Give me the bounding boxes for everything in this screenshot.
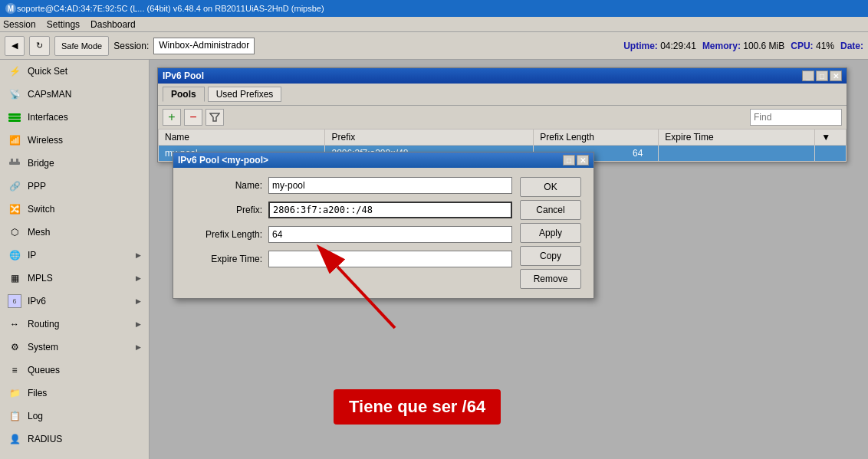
prefix-input[interactable] (268, 202, 512, 218)
capsman-icon: 📡 (8, 87, 21, 101)
sidebar-item-system[interactable]: ⚙ System ▶ (0, 336, 149, 359)
title-text: soporte@C4:AD:34:7E:92:5C (L... (64bit) … (17, 4, 324, 13)
safe-mode-button[interactable]: Safe Mode (54, 36, 109, 56)
svg-rect-4 (8, 120, 21, 122)
sidebar-label-quick-set: Quick Set (28, 66, 67, 77)
expire-time-input[interactable] (268, 251, 512, 267)
date-text: Date: (840, 41, 863, 51)
sidebar: ⚡ Quick Set 📡 CAPsMAN Interfaces 📶 Wirel… (0, 60, 150, 459)
system-icon: ⚙ (8, 340, 21, 354)
col-dropdown[interactable]: ▼ (815, 130, 847, 146)
pool-minimize-button[interactable]: _ (802, 70, 814, 81)
sidebar-item-queues[interactable]: ≡ Queues (0, 359, 149, 382)
sidebar-item-ip[interactable]: 🌐 IP ▶ (0, 244, 149, 267)
radius-icon: 👤 (8, 432, 21, 446)
session-label: Session: (113, 41, 149, 51)
dialog-body: Name: Prefix: Prefix Length: Expire Time… (173, 168, 593, 298)
sidebar-label-mesh: Mesh (28, 227, 50, 238)
list-toolbar: + − (158, 106, 847, 129)
cancel-button[interactable]: Cancel (520, 200, 581, 220)
pool-close-button[interactable]: ✕ (830, 70, 842, 81)
prefix-length-input[interactable] (268, 226, 512, 243)
ok-button[interactable]: OK (520, 177, 581, 197)
ppp-icon: 🔗 (8, 179, 21, 193)
toolbar: ◀ ↻ Safe Mode Session: Winbox-Administra… (0, 32, 868, 60)
sidebar-item-mpls[interactable]: ▦ MPLS ▶ (0, 267, 149, 290)
ip-arrow-icon: ▶ (136, 251, 141, 259)
title-bar: M soporte@C4:AD:34:7E:92:5C (L... (64bit… (0, 0, 868, 17)
uptime-area: Uptime: 04:29:41 Memory: 100.6 MiB CPU: … (623, 41, 863, 51)
sidebar-label-system: System (28, 342, 58, 352)
sidebar-label-interfaces: Interfaces (28, 112, 68, 123)
sidebar-item-ppp[interactable]: 🔗 PPP (0, 175, 149, 198)
find-input[interactable] (750, 109, 842, 126)
pool-window-title: IPv6 Pool _ □ ✕ (158, 68, 847, 84)
copy-button[interactable]: Copy (520, 246, 581, 266)
menu-settings[interactable]: Settings (47, 19, 80, 30)
prefix-label: Prefix: (186, 205, 262, 215)
col-prefix[interactable]: Prefix (325, 130, 534, 146)
sidebar-label-ppp: PPP (28, 181, 46, 192)
session-value: Winbox-Administrador (153, 38, 255, 54)
dialog-fields: Name: Prefix: Prefix Length: Expire Time… (186, 177, 512, 289)
ipv6-icon: 6 (8, 294, 21, 308)
ipv6-pool-dialog: IPv6 Pool <my-pool> □ ✕ Name: Prefix: (173, 152, 594, 299)
prefix-length-label: Prefix Length: (186, 229, 262, 240)
remove-button[interactable]: − (184, 109, 202, 126)
cpu-text: CPU: 41% (791, 41, 834, 51)
svg-marker-8 (210, 113, 219, 121)
dialog-buttons: OK Cancel Apply Copy Remove (520, 177, 581, 289)
app-logo-icon: M (5, 2, 17, 15)
sidebar-item-radius[interactable]: 👤 RADIUS (0, 428, 149, 451)
sidebar-item-bridge[interactable]: Bridge (0, 152, 149, 175)
tab-used-prefixes[interactable]: Used Prefixes (208, 87, 282, 102)
dialog-title: IPv6 Pool <my-pool> □ ✕ (173, 152, 593, 168)
annotation-container: Tiene que ser /64 (334, 389, 501, 425)
svg-rect-6 (11, 159, 13, 162)
back-button[interactable]: ◀ (5, 36, 25, 56)
sidebar-item-interfaces[interactable]: Interfaces (0, 106, 149, 129)
field-row-prefix-length: Prefix Length: (186, 226, 512, 243)
sidebar-item-capsman[interactable]: 📡 CAPsMAN (0, 83, 149, 106)
col-expire-time[interactable]: Expire Time (659, 130, 815, 146)
sidebar-label-capsman: CAPsMAN (28, 89, 71, 100)
pool-tabs: Pools Used Prefixes (158, 84, 847, 106)
apply-button[interactable]: Apply (520, 223, 581, 243)
sidebar-item-ipv6[interactable]: 6 IPv6 ▶ (0, 290, 149, 313)
sidebar-label-queues: Queues (28, 365, 60, 375)
files-icon: 📁 (8, 386, 21, 400)
tab-pools[interactable]: Pools (163, 87, 205, 102)
routing-arrow-icon: ▶ (136, 320, 141, 328)
mpls-icon: ▦ (8, 271, 21, 285)
sidebar-label-ipv6: IPv6 (28, 296, 46, 307)
col-prefix-length[interactable]: Prefix Length (534, 130, 659, 146)
sidebar-item-log[interactable]: 📋 Log (0, 405, 149, 428)
menu-session[interactable]: Session (3, 19, 36, 30)
field-row-prefix: Prefix: (186, 202, 512, 218)
sidebar-label-bridge: Bridge (28, 158, 54, 169)
cell-expire-time (659, 146, 815, 162)
add-button[interactable]: + (163, 109, 181, 126)
sidebar-label-routing: Routing (28, 319, 59, 329)
name-input[interactable] (268, 177, 512, 194)
dialog-maximize-button[interactable]: □ (563, 155, 575, 166)
col-name[interactable]: Name (159, 130, 325, 146)
mpls-arrow-icon: ▶ (136, 274, 141, 282)
sidebar-label-wireless: Wireless (28, 135, 63, 146)
sidebar-item-wireless[interactable]: 📶 Wireless (0, 129, 149, 152)
sidebar-item-quick-set[interactable]: ⚡ Quick Set (0, 60, 149, 83)
sidebar-item-routing[interactable]: ↔ Routing ▶ (0, 313, 149, 336)
expire-time-label: Expire Time: (186, 254, 262, 264)
dialog-close-button[interactable]: ✕ (577, 155, 589, 166)
routing-icon: ↔ (8, 317, 21, 331)
sidebar-item-mesh[interactable]: ⬡ Mesh (0, 221, 149, 244)
pool-maximize-button[interactable]: □ (816, 70, 828, 81)
menu-dashboard[interactable]: Dashboard (90, 19, 136, 30)
dialog-controls: □ ✕ (563, 155, 589, 166)
sidebar-item-switch[interactable]: 🔀 Switch (0, 198, 149, 221)
filter-button[interactable] (205, 109, 224, 126)
remove-button[interactable]: Remove (520, 269, 581, 289)
ipv6-arrow-icon: ▶ (136, 297, 141, 305)
sidebar-item-files[interactable]: 📁 Files (0, 382, 149, 405)
refresh-button[interactable]: ↻ (29, 36, 50, 56)
